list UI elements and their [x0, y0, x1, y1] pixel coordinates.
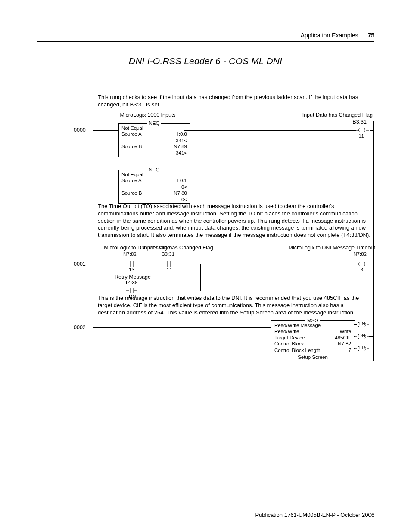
- header-rule: [37, 41, 374, 42]
- ladder-diagram: This rung checks to see if the input dat…: [75, 94, 374, 365]
- wire: [106, 130, 118, 131]
- wire: [370, 130, 374, 131]
- rung1-number: 0001: [74, 261, 86, 267]
- rung0-number: 0000: [74, 127, 86, 133]
- neq1-srcB-sub: 341<: [165, 150, 187, 156]
- rung1-xic2-bit: 11: [167, 267, 172, 273]
- msg-cb-r: N7:82: [338, 341, 351, 347]
- msg-er-label: ER: [355, 345, 369, 351]
- page-number: 75: [367, 32, 374, 39]
- rung1-retry-desc: Retry Message: [109, 274, 156, 280]
- msg-en-coil: EN: [355, 321, 369, 327]
- section-name: Application Examples: [301, 32, 358, 39]
- rung1-xic-retry: [126, 288, 137, 294]
- msg-en-label: EN: [355, 321, 369, 327]
- wire: [174, 264, 200, 264]
- msg-td-l: Target Device: [274, 335, 305, 341]
- wire: [137, 264, 163, 264]
- msg-er-coil: ER: [355, 345, 369, 352]
- neq1-srcB-v: N7:89: [165, 143, 187, 149]
- out0-coil: [355, 127, 369, 133]
- msg-dn-coil: DN: [355, 333, 369, 339]
- msg-setup: Setup Screen: [274, 354, 351, 360]
- neq2-srcB-v: N7:80: [165, 190, 187, 196]
- neq2-srcB-l: Source B: [121, 190, 142, 196]
- rung1-xic-msg: [126, 261, 137, 267]
- page-header: Application Examples 75: [301, 32, 374, 39]
- neq2-srcA-sub: 0<: [165, 184, 187, 190]
- neq1-srcA-l: Source A: [121, 131, 142, 137]
- out0-addr: B3:31: [352, 119, 367, 125]
- publication-footer: Publication 1761-UM005B-EN-P - October 2…: [255, 512, 374, 518]
- wire: [106, 177, 118, 177]
- wire: [350, 130, 355, 131]
- rung1-retry-addr: T4:38: [125, 280, 137, 286]
- rung1-xic1-bit: 13: [129, 267, 134, 273]
- out0-bit: 11: [358, 134, 364, 139]
- neq2-srcA-v: I:0.1: [165, 177, 187, 184]
- wire: [93, 327, 262, 328]
- wire: [110, 291, 126, 291]
- wire: [200, 264, 350, 264]
- rung1-xic-flag: [163, 261, 174, 267]
- msg-rw-l: Read/Write: [274, 328, 299, 334]
- neq-block-1: NEQ Not Equal Source AI:0.0 341< Source …: [118, 123, 190, 157]
- wire: [93, 264, 110, 264]
- out1-coil: [355, 261, 369, 267]
- out1-desc: MicroLogix to DNI Message Timeout: [276, 245, 375, 251]
- wire: [189, 130, 350, 131]
- rung2-comment: This is the message instruction that wri…: [98, 295, 372, 316]
- msg-tag: MSG: [305, 317, 320, 324]
- neq1-srcA-v: I:0.0: [165, 131, 187, 137]
- msg-dn-label: DN: [355, 333, 369, 339]
- neq1-srcA-sub: 341<: [165, 137, 187, 143]
- neq2-srcA-l: Source A: [121, 177, 142, 184]
- out1-addr: N7:82: [353, 252, 367, 257]
- msg-cbl-r: 7: [349, 347, 351, 353]
- rung0-comment: This rung checks to see if the input dat…: [98, 94, 372, 108]
- neq2-srcB-sub: 0<: [165, 196, 187, 202]
- out0-desc: Input Data has Changed Flag: [299, 112, 373, 118]
- rung1-xic2-desc: Input Data has Changed Flag: [135, 245, 221, 251]
- wire: [106, 130, 106, 177]
- wire: [93, 130, 106, 131]
- neq1-tag: NEQ: [147, 120, 162, 126]
- msg-block: MSG Read/Write Message Read/WriteWrite T…: [271, 320, 355, 362]
- wire: [354, 348, 355, 349]
- msg-rw-r: Write: [339, 328, 351, 334]
- left-rail: [93, 121, 93, 361]
- neq2-tag: NEQ: [147, 167, 162, 173]
- out1-bit: 8: [361, 267, 363, 273]
- wire: [137, 291, 200, 291]
- msg-cbl-l: Control Block Length: [274, 347, 321, 353]
- page-title: DNI I-O.RSS Ladder 6 - COS ML DNI: [0, 56, 411, 66]
- neq-block-2: NEQ Not Equal Source AI:0.1 0< Source BN…: [118, 170, 190, 204]
- msg-td-r: 485CIF: [335, 335, 351, 341]
- neq1-srcB-l: Source B: [121, 143, 142, 149]
- rung1-xic1-addr: N7:82: [123, 252, 137, 257]
- rung1-xic2-addr: B3:31: [162, 252, 174, 257]
- wire: [354, 324, 355, 325]
- right-rail: [373, 121, 374, 361]
- rung1-comment: The Time Out bit (TO) associated with ea…: [98, 203, 372, 239]
- mlx-inputs-label: MicroLogix 1000 Inputs: [105, 112, 191, 118]
- wire: [200, 264, 201, 291]
- wire: [110, 264, 126, 264]
- wire: [369, 336, 374, 337]
- rung2-number: 0002: [74, 324, 86, 330]
- wire: [262, 327, 271, 328]
- msg-cb-l: Control Block: [274, 341, 304, 347]
- wire: [354, 336, 355, 337]
